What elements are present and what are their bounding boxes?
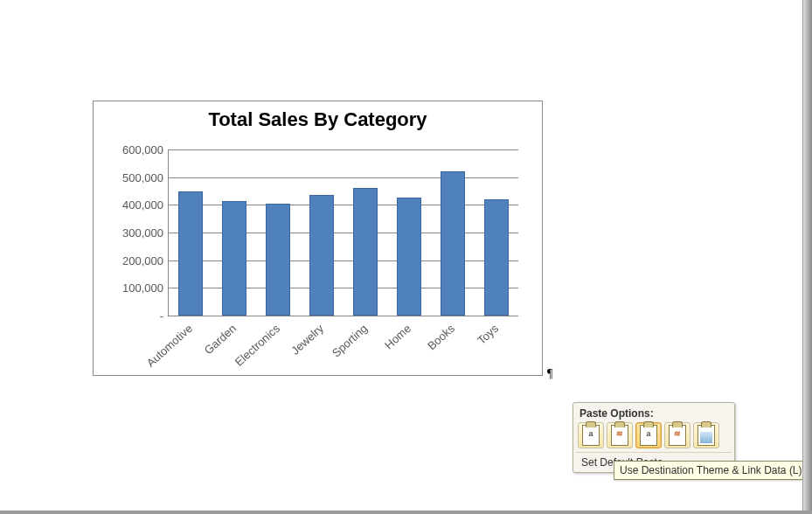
chart-x-tick-label: Books [425,322,457,352]
paragraph-mark: ¶ [547,367,552,381]
chart-x-tick-label: Toys [475,322,501,347]
chart-bar [178,191,203,316]
chart-x-tick-label: Jewelry [288,322,326,358]
chart-bar [397,198,421,316]
paste-use-destination-theme-embed[interactable]: a [578,422,604,448]
clipboard-icon: a [582,425,600,446]
chart-bar [309,195,334,316]
chart-gridline [169,177,518,178]
page-right-edge [802,0,812,514]
paste-tooltip: Use Destination Theme & Link Data (L) [614,461,809,480]
chart-bar [266,204,290,316]
chart-x-labels: AutomotiveGardenElectronicsJewelrySporti… [168,318,517,371]
chart-frame[interactable]: Total Sales By Category -100,000200,0003… [93,101,543,376]
chart-y-tick-label: - [102,309,169,323]
chart-y-tick-label: 500,000 [102,170,169,184]
clipboard-icon: a [640,425,657,446]
chart-gridline [169,288,518,288]
document-page: Total Sales By Category -100,000200,0003… [0,0,812,514]
chart-gridline [169,149,518,150]
paste-use-destination-theme-link[interactable]: a [635,422,662,448]
clipboard-icon: ≋ [669,425,686,446]
chart-plot-area: -100,000200,000300,000400,000500,000600,… [168,149,518,316]
chart-bar [441,171,465,316]
chart-x-tick-label: Automotive [144,322,195,370]
paste-options-icons: a≋a≋ [576,422,732,452]
clipboard-icon: ≋ [611,425,628,446]
paste-keep-source-formatting-embed[interactable]: ≋ [607,422,633,448]
chart-gridline [169,233,518,233]
paste-keep-source-formatting-link[interactable]: ≋ [664,422,691,448]
chart-y-tick-label: 300,000 [102,226,169,240]
page-bottom-edge [0,511,812,514]
chart-gridline [169,205,518,205]
chart-x-tick-label: Sporting [330,322,370,360]
paste-as-picture[interactable] [693,422,719,448]
chart-y-tick-label: 400,000 [102,198,169,212]
chart-title: Total Sales By Category [94,108,542,131]
chart-gridline [169,260,518,261]
chart-y-tick-label: 200,000 [102,254,169,267]
chart-bar [222,201,246,316]
chart-bar [353,188,378,316]
chart-x-tick-label: Electronics [232,322,282,369]
chart-y-tick-label: 100,000 [102,281,169,295]
chart-x-tick-label: Home [382,322,413,351]
chart-x-tick-label: Garden [202,322,239,357]
chart-bar [484,199,509,316]
paste-options-title: Paste Options: [576,406,732,422]
clipboard-icon [697,425,715,446]
chart-y-tick-label: 600,000 [102,143,169,156]
